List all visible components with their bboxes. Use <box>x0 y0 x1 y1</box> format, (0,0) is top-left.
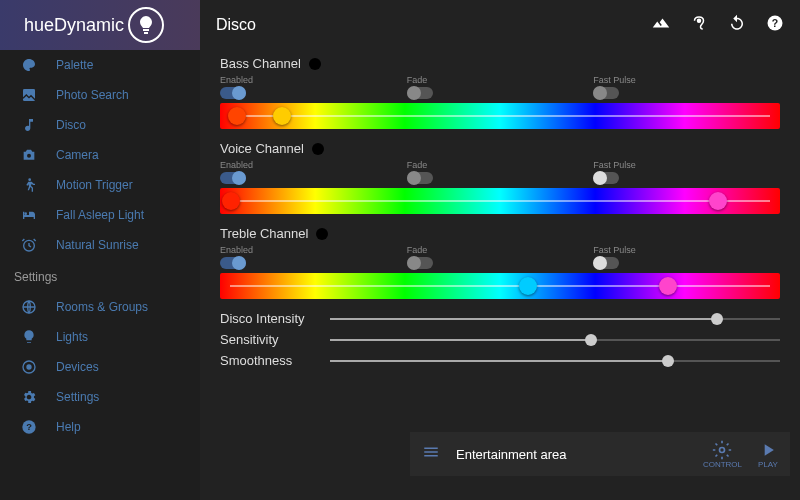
bed-icon <box>20 206 38 224</box>
slider-label: Sensitivity <box>220 332 330 347</box>
ear-icon[interactable] <box>690 14 708 36</box>
channel-indicator-dot <box>309 58 321 70</box>
svg-text:?: ? <box>772 17 778 29</box>
sidebar: hueDynamic PalettePhoto SearchDiscoCamer… <box>0 0 200 500</box>
toggle-label-fastpulse: Fast Pulse <box>593 245 780 255</box>
toggle-fade[interactable] <box>407 172 433 184</box>
help-icon: ? <box>20 418 38 436</box>
toggle-label-fade: Fade <box>407 75 594 85</box>
svg-rect-0 <box>23 89 35 101</box>
channel-indicator-dot <box>316 228 328 240</box>
sidebar-item-palette[interactable]: Palette <box>0 50 200 80</box>
device-icon <box>20 358 38 376</box>
sidebar-settings-lights[interactable]: Lights <box>0 322 200 352</box>
sidebar-item-disco[interactable]: Disco <box>0 110 200 140</box>
camera-icon <box>20 146 38 164</box>
toggle-enabled[interactable] <box>220 172 246 184</box>
slider-track[interactable] <box>330 360 780 362</box>
channel-title: Treble Channel <box>220 226 308 241</box>
channel-1: Voice ChannelEnabledFadeFast Pulse <box>220 141 780 214</box>
music-icon <box>20 116 38 134</box>
sidebar-item-motion-trigger[interactable]: Motion Trigger <box>0 170 200 200</box>
palette-icon <box>20 56 38 74</box>
toggle-label-fade: Fade <box>407 160 594 170</box>
spectrum-thumb-1[interactable] <box>273 107 291 125</box>
globe-icon <box>20 298 38 316</box>
walk-icon <box>20 176 38 194</box>
toggle-fastpulse[interactable] <box>593 87 619 99</box>
channel-0: Bass ChannelEnabledFadeFast Pulse <box>220 56 780 129</box>
svg-point-13 <box>720 447 725 452</box>
toggle-label-enabled: Enabled <box>220 245 407 255</box>
sidebar-settings-rooms-&-groups[interactable]: Rooms & Groups <box>0 292 200 322</box>
toggle-label-fade: Fade <box>407 245 594 255</box>
refresh-icon[interactable] <box>728 14 746 36</box>
titlebar: Disco ? <box>200 0 800 50</box>
help-icon[interactable]: ? <box>766 14 784 36</box>
spectrum-thumb-1[interactable] <box>659 277 677 295</box>
photo-icon <box>20 86 38 104</box>
slider-thumb[interactable] <box>585 334 597 346</box>
svg-point-1 <box>27 154 31 158</box>
slider-track[interactable] <box>330 318 780 320</box>
toggle-enabled[interactable] <box>220 87 246 99</box>
page-title: Disco <box>216 16 652 34</box>
sidebar-settings-help[interactable]: ?Help <box>0 412 200 442</box>
sidebar-item-camera[interactable]: Camera <box>0 140 200 170</box>
mountain-icon[interactable] <box>652 14 670 36</box>
spectrum-thumb-0[interactable] <box>222 192 240 210</box>
toggle-label-fastpulse: Fast Pulse <box>593 160 780 170</box>
toggle-enabled[interactable] <box>220 257 246 269</box>
spectrum-slider[interactable] <box>220 273 780 299</box>
spectrum-thumb-0[interactable] <box>228 107 246 125</box>
toggle-fade[interactable] <box>407 87 433 99</box>
spectrum-slider[interactable] <box>220 188 780 214</box>
channel-title: Bass Channel <box>220 56 301 71</box>
spectrum-thumb-1[interactable] <box>709 192 727 210</box>
sidebar-item-fall-asleep-light[interactable]: Fall Asleep Light <box>0 200 200 230</box>
spectrum-thumb-0[interactable] <box>519 277 537 295</box>
channel-indicator-dot <box>312 143 324 155</box>
play-button[interactable]: PLAY <box>758 440 778 469</box>
slider-track[interactable] <box>330 339 780 341</box>
control-button[interactable]: CONTROL <box>703 440 742 469</box>
slider-thumb[interactable] <box>662 355 674 367</box>
channel-title: Voice Channel <box>220 141 304 156</box>
slider-smoothness: Smoothness <box>220 353 780 368</box>
slider-disco-intensity: Disco Intensity <box>220 311 780 326</box>
svg-point-3 <box>24 212 27 215</box>
slider-sensitivity: Sensitivity <box>220 332 780 347</box>
alarm-icon <box>20 236 38 254</box>
channel-2: Treble ChannelEnabledFadeFast Pulse <box>220 226 780 299</box>
slider-thumb[interactable] <box>711 313 723 325</box>
bulb-icon <box>20 328 38 346</box>
svg-text:?: ? <box>26 422 32 432</box>
gear-icon <box>20 388 38 406</box>
svg-point-7 <box>27 365 31 369</box>
slider-label: Smoothness <box>220 353 330 368</box>
toggle-fade[interactable] <box>407 257 433 269</box>
bottom-bar: Entertainment area CONTROL PLAY <box>410 432 790 476</box>
toggle-fastpulse[interactable] <box>593 257 619 269</box>
bulb-logo-icon <box>128 7 164 43</box>
spectrum-slider[interactable] <box>220 103 780 129</box>
hamburger-icon[interactable] <box>422 443 440 465</box>
toggle-label-fastpulse: Fast Pulse <box>593 75 780 85</box>
sidebar-item-natural-sunrise[interactable]: Natural Sunrise <box>0 230 200 260</box>
toggle-fastpulse[interactable] <box>593 172 619 184</box>
svg-point-10 <box>698 19 701 22</box>
settings-section-header: Settings <box>0 260 200 292</box>
main-content: Disco ? Bass ChannelEnabledFadeFast Puls… <box>200 0 800 500</box>
sidebar-item-photo-search[interactable]: Photo Search <box>0 80 200 110</box>
entertainment-area-label[interactable]: Entertainment area <box>456 447 687 462</box>
toggle-label-enabled: Enabled <box>220 160 407 170</box>
app-name: hueDynamic <box>24 15 124 36</box>
svg-point-2 <box>28 178 31 181</box>
sidebar-settings-devices[interactable]: Devices <box>0 352 200 382</box>
toggle-label-enabled: Enabled <box>220 75 407 85</box>
sidebar-settings-settings[interactable]: Settings <box>0 382 200 412</box>
slider-label: Disco Intensity <box>220 311 330 326</box>
app-logo: hueDynamic <box>0 0 200 50</box>
